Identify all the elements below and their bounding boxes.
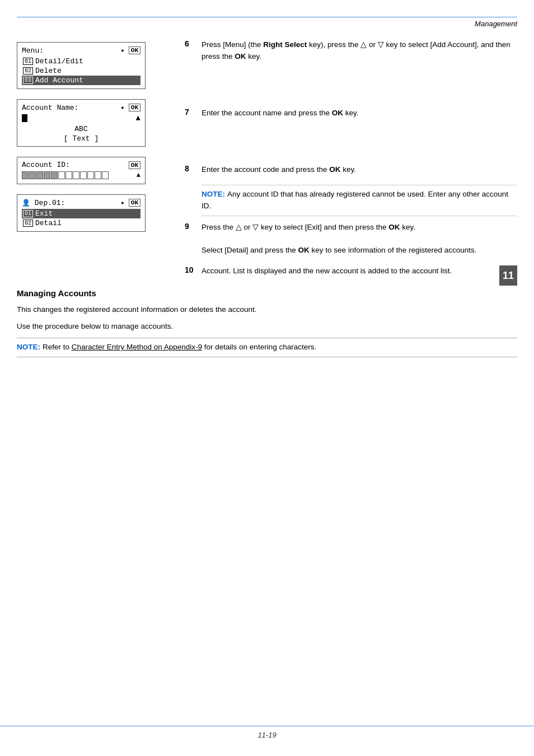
cursor-block <box>22 114 27 122</box>
cursor-arrow: ▲ <box>136 114 140 123</box>
managing-note: NOTE: Refer to Character Entry Method on… <box>17 338 517 357</box>
step-8-text: Enter the account code and press the OK … <box>202 164 356 176</box>
step-10-text: Account. List is displayed and the new a… <box>202 265 452 277</box>
managing-para1: This changes the registered account info… <box>17 304 517 316</box>
managing-note-text: Refer to Character Entry Method on Appen… <box>43 343 316 351</box>
dep-item-label-1: Exit <box>35 209 53 218</box>
id-seg-7 <box>65 171 72 179</box>
cursor-line: ▲ <box>22 114 140 123</box>
step-9: 9 Press the △ or ▽ key to select [Exit] … <box>185 222 517 257</box>
step-10-area: 10 Account. List is displayed and the ne… <box>185 265 517 277</box>
id-segments <box>22 171 135 179</box>
dep-ok-box: OK <box>129 199 140 207</box>
acct-id-ok-box: OK <box>129 161 140 169</box>
managing-section: Managing Accounts This changes the regis… <box>0 277 534 357</box>
step-10-num: 10 <box>185 265 196 277</box>
id-seg-10 <box>87 171 94 179</box>
id-arrow: ▲ <box>137 171 140 179</box>
id-seg-6 <box>58 171 65 179</box>
menu-item-add-account: 03 Add Account <box>22 76 140 85</box>
dep-icon: 👤 <box>22 199 30 207</box>
step-8-num: 8 <box>185 164 196 173</box>
step-6: 6 Press [Menu] (the Right Select key), p… <box>185 39 517 63</box>
acct-name-title: Account Name: <box>22 104 78 112</box>
dep-item-num-2: 02 <box>23 220 33 227</box>
step-6-num: 6 <box>185 39 196 48</box>
step-9-text: Press the △ or ▽ key to select [Exit] an… <box>202 222 477 257</box>
step-8: 8 Enter the account code and press the O… <box>185 164 517 176</box>
menu-screen: Menu: ✦ OK 01 Detail/Edit 02 Delete 03 A… <box>17 42 146 89</box>
step-7-text: Enter the account name and press the OK … <box>202 108 358 119</box>
menu-item-num-3: 03 <box>23 77 33 84</box>
id-seg-3 <box>36 171 43 179</box>
id-seg-12 <box>102 171 109 179</box>
menu-item-detail: 01 Detail/Edit <box>22 57 140 66</box>
id-seg-2 <box>29 171 36 179</box>
id-seg-5 <box>51 171 58 179</box>
dep-item-label-2: Detail <box>35 219 62 227</box>
acct-id-content: ▲ <box>22 171 140 179</box>
acct-name-ok-box: OK <box>129 104 140 111</box>
dep-item-num-1: 01 <box>23 210 33 217</box>
right-column: 6 Press [Menu] (the Right Select key), p… <box>174 39 517 277</box>
menu-item-label-1: Detail/Edit <box>35 57 83 66</box>
id-seg-1 <box>22 171 29 179</box>
account-id-screen: Account ID: OK <box>17 157 146 184</box>
content-area: Menu: ✦ OK 01 Detail/Edit 02 Delete 03 A… <box>0 34 534 277</box>
menu-item-num-2: 02 <box>23 67 33 74</box>
left-column: Menu: ✦ OK 01 Detail/Edit 02 Delete 03 A… <box>17 39 174 277</box>
id-seg-8 <box>73 171 79 179</box>
managing-title: Managing Accounts <box>17 288 517 298</box>
step-7: 7 Enter the account name and press the O… <box>185 108 517 119</box>
step-8-note: NOTE: Any account ID that has already re… <box>202 185 517 216</box>
dep-title: 👤 Dep.01: <box>22 199 65 207</box>
id-seg-11 <box>95 171 101 179</box>
page-header: Management <box>0 17 534 34</box>
id-seg-9 <box>80 171 87 179</box>
menu-ok-box: OK <box>129 46 140 54</box>
step-8-note-text: Any account ID that has already register… <box>202 190 508 210</box>
acct-id-title: Account ID: <box>22 161 70 169</box>
footer-text: 11-19 <box>257 731 276 739</box>
acct-id-header: Account ID: OK <box>22 161 140 169</box>
step-8-note-label: NOTE: <box>202 190 225 198</box>
menu-move-icon: ✦ <box>120 46 125 55</box>
menu-item-label-3: Add Account <box>35 76 83 85</box>
menu-title: Menu: <box>22 46 44 55</box>
managing-note-label: NOTE: <box>17 343 40 351</box>
chapter-tab: 11 <box>499 265 517 286</box>
menu-screen-header: Menu: ✦ OK <box>22 46 140 55</box>
dep-screen: 👤 Dep.01: ✦ OK 01 Exit 02 Detail <box>17 194 146 232</box>
abc-label: ABC <box>22 125 140 133</box>
step-9-num: 9 <box>185 222 196 231</box>
acct-name-header: Account Name: ✦ OK <box>22 103 140 112</box>
menu-item-delete: 02 Delete <box>22 66 140 76</box>
dep-item-detail: 02 Detail <box>22 218 140 228</box>
text-mode: [ Text ] <box>22 134 140 143</box>
account-name-screen: Account Name: ✦ OK ▲ ABC [ Text ] <box>17 99 146 147</box>
id-bar: ▲ <box>22 171 140 179</box>
acct-name-move-icon: ✦ <box>120 103 125 112</box>
menu-item-num-1: 01 <box>23 58 33 65</box>
page-footer: 11-19 <box>0 726 534 739</box>
dep-item-exit: 01 Exit <box>22 209 140 218</box>
dep-header: 👤 Dep.01: ✦ OK <box>22 198 140 207</box>
dep-move-icon: ✦ <box>120 198 125 207</box>
step-6-text: Press [Menu] (the Right Select key), pre… <box>202 39 517 63</box>
menu-item-label-2: Delete <box>35 67 62 75</box>
id-seg-4 <box>44 171 50 179</box>
step-7-num: 7 <box>185 108 196 116</box>
managing-para2: Use the procedure below to manage accoun… <box>17 320 517 333</box>
